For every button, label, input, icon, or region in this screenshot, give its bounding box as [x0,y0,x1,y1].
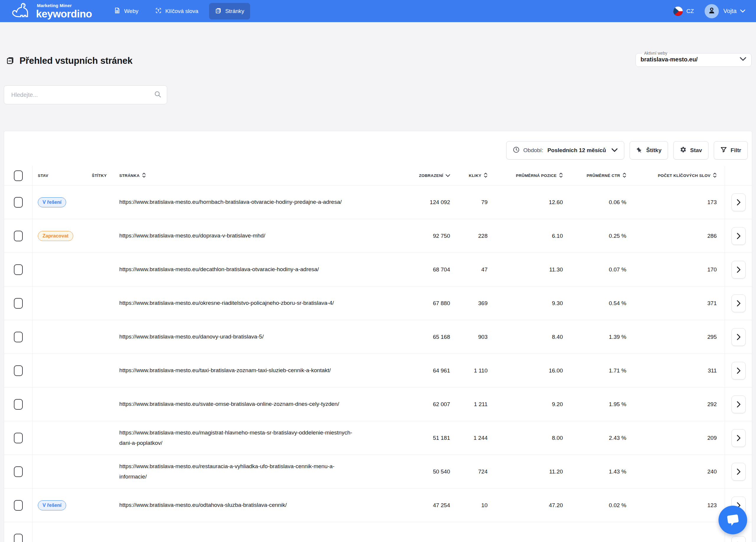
select-all-checkbox[interactable] [14,170,23,181]
header-checkbox-cell [4,166,32,185]
sort-icon [484,172,488,179]
page-url[interactable]: https://www.bratislava-mesto.eu/odtahova… [119,500,359,510]
pages-table-card: Období: Posledních 12 měsíců Štítky Stav… [4,131,752,542]
avg-position-value: 8.00 [496,435,571,441]
page-url[interactable]: https://www.bratislava-mesto.eu/decathlo… [119,264,359,274]
action-cell [725,287,752,320]
checkbox-cell [4,489,32,522]
page-url[interactable]: https://www.bratislava-mesto.eu/doprava-… [119,231,359,241]
impressions-value: 92 750 [414,233,458,239]
avg-ctr-value: 1.39 % [571,334,634,340]
row-detail-button[interactable] [731,395,746,413]
keyword-count-value: 371 [634,300,725,307]
impressions-value: 62 007 [414,401,458,408]
column-header-pocet-klicovych-slov[interactable]: POČET KLÍČOVÝCH SLOV [634,172,725,179]
nav-item-weby[interactable]: Weby [108,3,144,19]
row-checkbox[interactable] [14,534,23,542]
column-label: PRŮMĚRNÉ CTR [586,173,620,178]
period-select[interactable]: Období: Posledních 12 měsíců [506,141,624,159]
page-url[interactable]: https://www.bratislava-mesto.eu/okresne-… [119,298,359,308]
page-url[interactable]: https://www.bratislava-mesto.eu/restaura… [119,461,359,481]
row-detail-button[interactable] [731,328,746,346]
row-detail-button[interactable] [731,227,746,245]
brand-logo[interactable]: Marketing Miner keywordino [11,2,92,20]
avg-ctr-value: 0.02 % [571,502,634,509]
keyword-icon [155,7,162,15]
row-checkbox[interactable] [14,332,23,342]
row-detail-button[interactable] [731,294,746,312]
column-label: PRŮMĚRNÁ POZICE [516,173,557,178]
period-label: Období: [523,147,543,154]
tags-button[interactable]: Štítky [630,141,668,159]
row-checkbox[interactable] [14,298,23,309]
row-checkbox[interactable] [14,466,23,477]
avg-position-value: 6.10 [496,233,571,239]
chat-launcher-button[interactable] [718,506,747,534]
row-detail-button[interactable] [731,429,746,447]
avatar[interactable] [705,4,719,18]
row-detail-button[interactable] [731,536,746,542]
table-header-row: STAV ŠTÍTKY STRÁNKA ZOBRAZENÍ KLIKY PRŮM… [4,166,752,185]
czech-flag-icon[interactable] [673,6,683,16]
keyword-count-value: 286 [634,233,725,239]
row-detail-button[interactable] [731,261,746,279]
user-name: Vojta [724,8,737,14]
row-checkbox[interactable] [14,264,23,275]
column-header-stranka[interactable]: STRÁNKA [119,172,414,179]
column-header-prumerne-ctr[interactable]: PRŮMĚRNÉ CTR [571,172,634,179]
header-action-cell [725,166,752,185]
row-detail-button[interactable] [731,463,746,481]
keyword-count-value: 170 [634,266,725,273]
action-cell [725,455,752,488]
row-checkbox[interactable] [14,433,23,443]
clicks-value: 1 110 [458,367,496,374]
row-checkbox[interactable] [14,399,23,410]
period-value: Posledních 12 měsíců [548,147,606,154]
page-url[interactable]: https://www.bratislava-mesto.eu/taxi-bra… [119,365,359,375]
filter-button[interactable]: Filtr [714,141,748,159]
clicks-value: 1 211 [458,401,496,408]
status-badge: Zapracovat [38,231,73,241]
avg-ctr-value: 0.07 % [571,266,634,273]
navbar-right: CZ Vojta [673,4,745,18]
row-checkbox[interactable] [14,500,23,511]
impressions-value: 47 254 [414,502,458,509]
row-checkbox[interactable] [14,197,23,208]
impressions-value: 67 880 [414,300,458,307]
page-url[interactable]: https://www.bratislava-mesto.eu/danovy-u… [119,332,359,342]
row-checkbox[interactable] [14,365,23,376]
avg-position-value: 16.00 [496,367,571,374]
column-label: ŠTÍTKY [92,173,107,178]
nav-item-stranky[interactable]: Stránky [209,3,250,19]
column-header-prumerna-pozice[interactable]: PRŮMĚRNÁ POZICE [496,172,571,179]
row-checkbox[interactable] [14,231,23,241]
search-input[interactable] [11,91,154,99]
page-url[interactable]: https://www.bratislava-mesto.eu/svate-om… [119,399,359,409]
action-cell [725,388,752,421]
checkbox-cell [4,388,32,421]
row-detail-button[interactable] [731,193,746,211]
row-detail-button[interactable] [731,362,746,380]
sort-icon [142,172,146,179]
table-row: https://www.bratislava-mesto.eu/svate-om… [4,388,752,421]
column-header-zobrazeni[interactable]: ZOBRAZENÍ [414,173,458,178]
pin-icon [635,146,644,155]
avg-position-value: 11.30 [496,266,571,273]
keyword-count-value: 295 [634,334,725,340]
sort-desc-icon [446,173,450,178]
table-row-partial [4,522,752,542]
table-row: https://www.bratislava-mesto.eu/danovy-u… [4,320,752,354]
status-button[interactable]: Stav [673,141,708,159]
user-menu[interactable]: Vojta [724,8,745,14]
checkbox-cell [4,455,32,488]
table-row: https://www.bratislava-mesto.eu/decathlo… [4,253,752,287]
page-url[interactable]: https://www.bratislava-mesto.eu/hornbach… [119,197,359,207]
avg-ctr-value: 0.06 % [571,199,634,206]
language-label[interactable]: CZ [686,8,694,14]
impressions-value: 50 540 [414,468,458,475]
page-url[interactable]: https://www.bratislava-mesto.eu/magistra… [119,428,359,448]
chevron-down-icon [611,147,618,154]
active-site-select[interactable]: Aktivní weby bratislava-mesto.eu/ [636,51,752,67]
nav-item-klicova-slova[interactable]: Klíčová slova [149,3,204,19]
column-header-kliky[interactable]: KLIKY [458,172,496,179]
